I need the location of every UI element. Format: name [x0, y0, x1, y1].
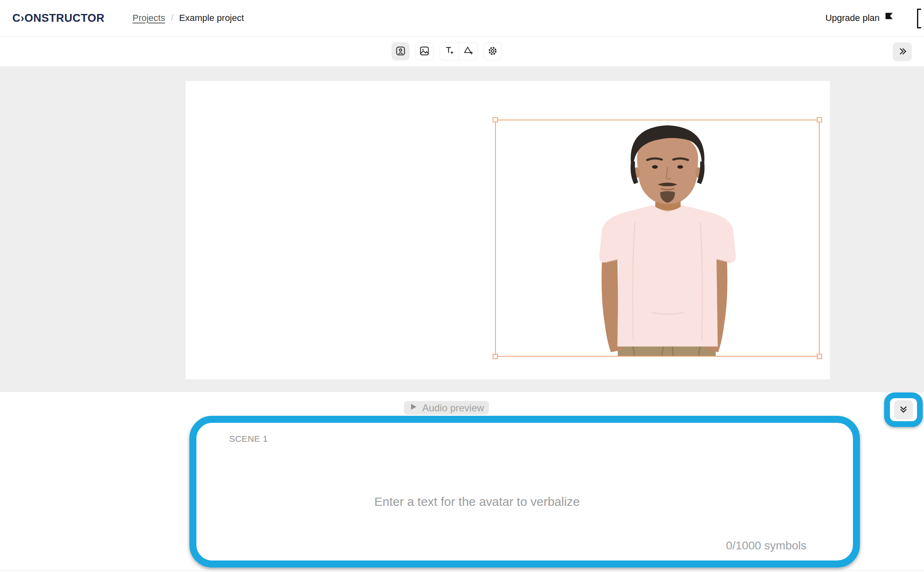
flag-icon — [884, 12, 894, 25]
resize-handle-top-left[interactable] — [493, 117, 498, 122]
image-tool-button[interactable] — [415, 42, 433, 60]
page-bottom-divider — [0, 570, 924, 571]
avatar-frame-icon — [395, 46, 406, 58]
add-text-icon — [444, 45, 455, 58]
avatar-selection-box[interactable] — [495, 120, 820, 357]
editor-toolbar — [0, 37, 924, 66]
resize-handle-bottom-left[interactable] — [493, 354, 498, 359]
breadcrumb-current-project: Example project — [179, 13, 244, 23]
upgrade-plan-label: Upgrade plan — [825, 13, 880, 23]
workspace — [0, 66, 924, 392]
add-text-button[interactable] — [440, 43, 459, 60]
breadcrumb: Projects / Example project — [133, 13, 244, 23]
chevrons-down-icon — [898, 404, 909, 416]
script-section: Audio preview SCENE 1 Enter a text for t… — [0, 392, 924, 572]
collapse-panel-button[interactable] — [893, 42, 912, 61]
gear-icon — [487, 46, 498, 58]
brand-logo[interactable]: C›ONSTRUCTOR — [12, 12, 105, 25]
collapse-script-button[interactable] — [894, 400, 913, 419]
breadcrumb-projects-link[interactable]: Projects — [133, 13, 165, 23]
audio-preview-label: Audio preview — [422, 402, 484, 414]
add-shape-icon — [463, 45, 474, 58]
resize-handle-bottom-right[interactable] — [817, 354, 822, 359]
play-icon — [409, 402, 418, 414]
chevrons-right-icon — [896, 46, 908, 58]
audio-preview-button[interactable]: Audio preview — [404, 401, 489, 415]
insert-tools-group — [440, 42, 478, 60]
upgrade-plan-button[interactable]: Upgrade plan — [825, 12, 894, 25]
script-placeholder: Enter a text for the avatar to verbalize — [374, 495, 580, 509]
image-icon — [419, 46, 430, 58]
video-canvas[interactable] — [186, 81, 830, 379]
add-shape-button[interactable] — [459, 43, 477, 60]
script-text-input[interactable] — [205, 429, 846, 552]
app-header: C›ONSTRUCTOR Projects / Example project … — [0, 0, 924, 37]
header-right: Upgrade plan — [825, 12, 912, 25]
settings-button[interactable] — [484, 42, 502, 60]
resize-handle-top-right[interactable] — [817, 117, 822, 122]
avatar-object[interactable] — [496, 120, 819, 356]
cropped-edge-element — [917, 9, 922, 28]
collapse-script-highlight — [884, 392, 923, 427]
avatar-tool-button[interactable] — [392, 42, 410, 60]
character-counter: 0/1000 symbols — [726, 539, 806, 552]
breadcrumb-separator: / — [171, 13, 173, 23]
